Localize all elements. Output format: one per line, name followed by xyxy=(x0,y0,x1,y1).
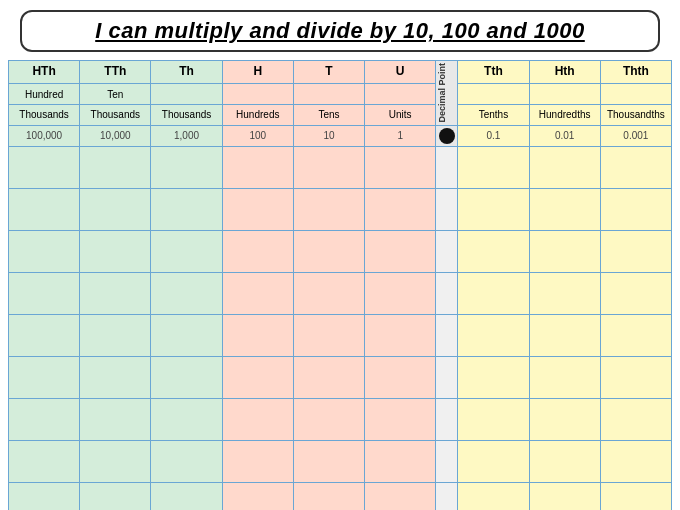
table-cell-col-u[interactable] xyxy=(365,188,436,230)
table-cell-col-h[interactable] xyxy=(222,188,293,230)
table-cell-col-h[interactable] xyxy=(222,146,293,188)
table-cell-col-u[interactable] xyxy=(365,356,436,398)
table-cell-col-tth[interactable] xyxy=(80,230,151,272)
table-cell-col-thth[interactable] xyxy=(600,188,671,230)
table-cell-col-thth[interactable] xyxy=(600,482,671,510)
table-cell-col-thth[interactable] xyxy=(600,398,671,440)
table-cell-col-u[interactable] xyxy=(365,482,436,510)
table-cell-col-tth2[interactable] xyxy=(458,398,529,440)
table-cell-col-u[interactable] xyxy=(365,272,436,314)
table-cell-col-tth2[interactable] xyxy=(458,482,529,510)
table-cell-col-t[interactable] xyxy=(293,482,364,510)
table-cell-col-t[interactable] xyxy=(293,356,364,398)
table-cell-col-dp[interactable] xyxy=(436,146,458,188)
table-row[interactable] xyxy=(9,356,672,398)
table-cell-col-tth[interactable] xyxy=(80,146,151,188)
table-row[interactable] xyxy=(9,482,672,510)
table-cell-col-u[interactable] xyxy=(365,440,436,482)
table-cell-col-tth2[interactable] xyxy=(458,272,529,314)
table-cell-col-tth[interactable] xyxy=(80,440,151,482)
table-cell-col-thth[interactable] xyxy=(600,146,671,188)
table-cell-col-h[interactable] xyxy=(222,230,293,272)
table-cell-col-thth[interactable] xyxy=(600,272,671,314)
table-row[interactable] xyxy=(9,146,672,188)
table-cell-col-hth[interactable] xyxy=(9,272,80,314)
table-cell-col-t[interactable] xyxy=(293,272,364,314)
table-cell-col-dp[interactable] xyxy=(436,272,458,314)
table-cell-col-tth2[interactable] xyxy=(458,440,529,482)
table-cell-col-dp[interactable] xyxy=(436,188,458,230)
table-area: HTh TTh Th H T U Decimal Point Tth Hth T… xyxy=(0,60,680,510)
table-cell-col-hth[interactable] xyxy=(9,230,80,272)
table-cell-col-th[interactable] xyxy=(151,440,222,482)
table-cell-col-tth2[interactable] xyxy=(458,146,529,188)
table-cell-col-th[interactable] xyxy=(151,482,222,510)
table-cell-col-hth2[interactable] xyxy=(529,356,600,398)
table-cell-col-t[interactable] xyxy=(293,398,364,440)
table-cell-col-tth2[interactable] xyxy=(458,230,529,272)
table-cell-col-th[interactable] xyxy=(151,188,222,230)
table-cell-col-u[interactable] xyxy=(365,398,436,440)
table-cell-col-dp[interactable] xyxy=(436,230,458,272)
table-cell-col-hth2[interactable] xyxy=(529,482,600,510)
table-cell-col-th[interactable] xyxy=(151,146,222,188)
table-cell-col-hth[interactable] xyxy=(9,188,80,230)
table-cell-col-hth[interactable] xyxy=(9,356,80,398)
table-cell-col-th[interactable] xyxy=(151,314,222,356)
table-cell-col-thth[interactable] xyxy=(600,314,671,356)
table-cell-col-h[interactable] xyxy=(222,314,293,356)
table-cell-col-h[interactable] xyxy=(222,356,293,398)
table-row[interactable] xyxy=(9,188,672,230)
table-cell-col-hth[interactable] xyxy=(9,398,80,440)
table-row[interactable] xyxy=(9,272,672,314)
table-cell-col-hth2[interactable] xyxy=(529,398,600,440)
table-cell-col-dp[interactable] xyxy=(436,482,458,510)
table-cell-col-hth2[interactable] xyxy=(529,230,600,272)
table-cell-col-hth[interactable] xyxy=(9,314,80,356)
table-cell-col-thth[interactable] xyxy=(600,356,671,398)
table-cell-col-h[interactable] xyxy=(222,398,293,440)
table-cell-col-u[interactable] xyxy=(365,314,436,356)
table-row[interactable] xyxy=(9,398,672,440)
table-cell-col-thth[interactable] xyxy=(600,230,671,272)
table-row[interactable] xyxy=(9,230,672,272)
table-cell-col-t[interactable] xyxy=(293,188,364,230)
table-cell-col-tth2[interactable] xyxy=(458,314,529,356)
table-cell-col-hth2[interactable] xyxy=(529,440,600,482)
table-cell-col-hth[interactable] xyxy=(9,482,80,510)
table-cell-col-thth[interactable] xyxy=(600,440,671,482)
table-cell-col-th[interactable] xyxy=(151,398,222,440)
table-cell-col-t[interactable] xyxy=(293,230,364,272)
table-cell-col-hth2[interactable] xyxy=(529,314,600,356)
table-cell-col-tth2[interactable] xyxy=(458,188,529,230)
table-cell-col-hth2[interactable] xyxy=(529,146,600,188)
table-cell-col-dp[interactable] xyxy=(436,314,458,356)
table-cell-col-hth2[interactable] xyxy=(529,188,600,230)
table-cell-col-tth[interactable] xyxy=(80,356,151,398)
table-cell-col-h[interactable] xyxy=(222,482,293,510)
table-cell-col-u[interactable] xyxy=(365,146,436,188)
table-cell-col-tth[interactable] xyxy=(80,314,151,356)
table-cell-col-th[interactable] xyxy=(151,272,222,314)
table-cell-col-dp[interactable] xyxy=(436,398,458,440)
table-cell-col-hth[interactable] xyxy=(9,146,80,188)
table-cell-col-tth2[interactable] xyxy=(458,356,529,398)
table-cell-col-tth[interactable] xyxy=(80,482,151,510)
table-cell-col-hth2[interactable] xyxy=(529,272,600,314)
table-cell-col-dp[interactable] xyxy=(436,440,458,482)
table-cell-col-th[interactable] xyxy=(151,230,222,272)
table-cell-col-tth[interactable] xyxy=(80,398,151,440)
table-cell-col-tth[interactable] xyxy=(80,188,151,230)
table-cell-col-t[interactable] xyxy=(293,440,364,482)
table-cell-col-h[interactable] xyxy=(222,440,293,482)
table-cell-col-hth[interactable] xyxy=(9,440,80,482)
table-row[interactable] xyxy=(9,440,672,482)
table-cell-col-h[interactable] xyxy=(222,272,293,314)
table-cell-col-th[interactable] xyxy=(151,356,222,398)
table-cell-col-t[interactable] xyxy=(293,314,364,356)
table-cell-col-t[interactable] xyxy=(293,146,364,188)
table-cell-col-dp[interactable] xyxy=(436,356,458,398)
table-cell-col-u[interactable] xyxy=(365,230,436,272)
table-cell-col-tth[interactable] xyxy=(80,272,151,314)
table-row[interactable] xyxy=(9,314,672,356)
